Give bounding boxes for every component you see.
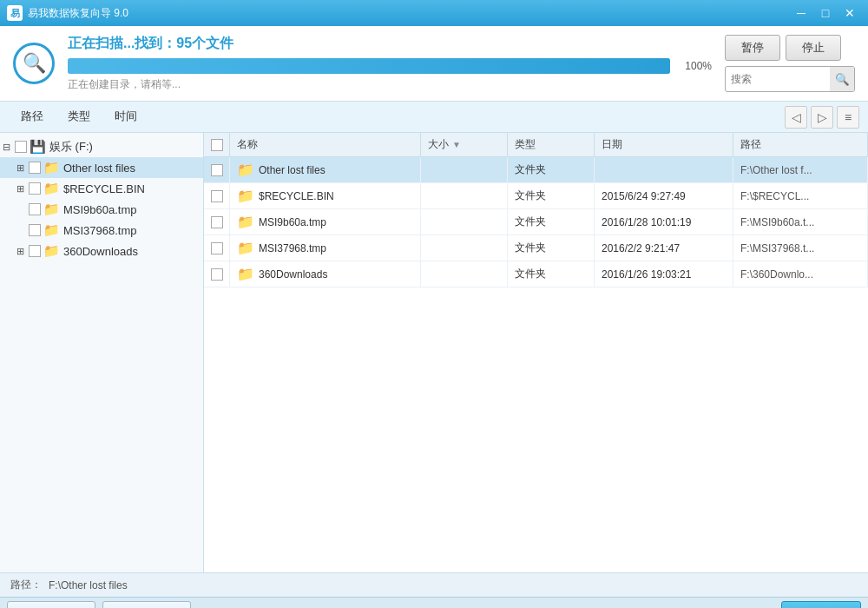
tree-item-360dl[interactable]: ⊞ 📁 360Downloads xyxy=(0,241,203,261)
search-input[interactable] xyxy=(726,69,830,89)
td-date-2: 2016/1/28 10:01:19 xyxy=(595,209,733,235)
deep-scan-button[interactable]: 深度扫描 xyxy=(102,601,191,609)
tab-bar: 路径 类型 时间 ◁ ▷ ≡ xyxy=(0,102,868,133)
td-check-3[interactable] xyxy=(204,235,230,261)
folder-icon-recycle: 📁 xyxy=(43,181,60,196)
folder-icon-msi2: 📁 xyxy=(43,222,60,238)
td-type-1: 文件夹 xyxy=(508,183,595,208)
header-checkbox[interactable] xyxy=(211,139,223,151)
tree-checkbox-drive[interactable] xyxy=(15,141,27,153)
th-name[interactable]: 名称 xyxy=(230,133,421,156)
table-row[interactable]: 📁 360Downloads 文件夹 2016/1/26 19:03:21 F:… xyxy=(204,261,868,287)
minimize-button[interactable]: ─ xyxy=(790,4,812,22)
td-name-4: 📁 360Downloads xyxy=(230,261,421,287)
tree-label-drive: 娱乐 (F:) xyxy=(49,139,93,155)
tree-expand-msi2 xyxy=(14,224,26,236)
menu-icon[interactable]: ≡ xyxy=(837,106,859,129)
tree-item-drive[interactable]: ⊟ 💾 娱乐 (F:) xyxy=(0,136,203,157)
table-row[interactable]: 📁 MSI9b60a.tmp 文件夹 2016/1/28 10:01:19 F:… xyxy=(204,209,868,235)
table-row[interactable]: 📁 MSI37968.tmp 文件夹 2016/2/2 9:21:47 F:\M… xyxy=(204,235,868,261)
tree-checkbox-360dl[interactable] xyxy=(29,245,41,257)
folder-icon-360dl: 📁 xyxy=(43,243,60,259)
row-name-2: MSI9b60a.tmp xyxy=(259,216,326,228)
td-path-0: F:\Other lost f... xyxy=(733,157,868,182)
footer: 返回首页 深度扫描 恢复 xyxy=(0,597,868,608)
tree-checkbox-msi1[interactable] xyxy=(29,203,41,215)
td-path-3: F:\MSI37968.t... xyxy=(733,235,868,261)
stop-button[interactable]: 停止 xyxy=(786,35,841,61)
td-type-0: 文件夹 xyxy=(508,157,595,182)
tree-label-other-lost: Other lost files xyxy=(63,162,135,175)
back-icon[interactable]: ◁ xyxy=(785,106,807,129)
tree-item-other-lost[interactable]: ⊞ 📁 Other lost files xyxy=(0,157,203,178)
left-panel: ⊟ 💾 娱乐 (F:) ⊞ 📁 Other lost files ⊞ 📁 $RE… xyxy=(0,133,204,572)
row-checkbox-4[interactable] xyxy=(211,268,223,281)
progress-bar-fill xyxy=(68,58,670,74)
table-row[interactable]: 📁 $RECYCLE.BIN 文件夹 2015/6/24 9:27:49 F:\… xyxy=(204,183,868,209)
scan-buttons: 暂停 停止 🔍 xyxy=(725,35,855,92)
th-size[interactable]: 大小 ▼ xyxy=(421,133,508,156)
window-controls: ─ □ ✕ xyxy=(790,4,861,22)
td-name-2: 📁 MSI9b60a.tmp xyxy=(230,209,421,235)
status-label: 路径： xyxy=(10,578,42,592)
row-folder-icon-3: 📁 xyxy=(237,240,254,256)
row-checkbox-2[interactable] xyxy=(211,216,223,228)
forward-icon[interactable]: ▷ xyxy=(811,106,833,129)
main-content: ⊟ 💾 娱乐 (F:) ⊞ 📁 Other lost files ⊞ 📁 $RE… xyxy=(0,133,868,572)
tab-path[interactable]: 路径 xyxy=(9,103,56,131)
table-body: 📁 Other lost files 文件夹 F:\Other lost f..… xyxy=(204,157,868,572)
scan-icon: 🔍 xyxy=(13,43,55,84)
td-check-2[interactable] xyxy=(204,209,230,235)
th-date[interactable]: 日期 xyxy=(595,133,733,156)
td-type-4: 文件夹 xyxy=(508,261,595,287)
td-type-3: 文件夹 xyxy=(508,235,595,261)
tree-item-msi1[interactable]: 📁 MSI9b60a.tmp xyxy=(0,199,203,220)
search-button[interactable]: 🔍 xyxy=(830,67,854,91)
maximize-button[interactable]: □ xyxy=(814,4,837,22)
tree-label-360dl: 360Downloads xyxy=(63,245,138,258)
td-check-1[interactable] xyxy=(204,183,230,208)
recover-button[interactable]: 恢复 xyxy=(781,601,861,609)
td-name-1: 📁 $RECYCLE.BIN xyxy=(230,183,421,208)
tree-expand-drive[interactable]: ⊟ xyxy=(0,141,12,153)
table-row[interactable]: 📁 Other lost files 文件夹 F:\Other lost f..… xyxy=(204,157,868,183)
row-checkbox-0[interactable] xyxy=(211,164,223,176)
th-check xyxy=(204,133,230,156)
tree-checkbox-other-lost[interactable] xyxy=(29,162,41,174)
tree-expand-recycle[interactable]: ⊞ xyxy=(14,182,26,195)
app-title: 易我数据恢复向导 9.0 xyxy=(28,6,790,21)
tree-item-msi2[interactable]: 📁 MSI37968.tmp xyxy=(0,220,203,241)
tree-checkbox-recycle[interactable] xyxy=(29,182,41,195)
tree-expand-other-lost[interactable]: ⊞ xyxy=(14,162,26,174)
tree-checkbox-msi2[interactable] xyxy=(29,224,41,236)
td-name-0: 📁 Other lost files xyxy=(230,157,421,182)
td-path-4: F:\360Downlo... xyxy=(733,261,868,287)
tree-label-msi2: MSI37968.tmp xyxy=(63,224,137,237)
td-size-4 xyxy=(421,261,508,287)
td-name-3: 📁 MSI37968.tmp xyxy=(230,235,421,261)
td-type-2: 文件夹 xyxy=(508,209,595,235)
close-button[interactable]: ✕ xyxy=(838,4,861,22)
tab-type[interactable]: 类型 xyxy=(56,103,102,131)
th-path[interactable]: 路径 xyxy=(733,133,868,156)
back-button[interactable]: 返回首页 xyxy=(7,601,95,609)
pause-button[interactable]: 暂停 xyxy=(725,35,780,61)
row-checkbox-1[interactable] xyxy=(211,190,223,202)
progress-bar-bg xyxy=(68,58,670,74)
td-check-4[interactable] xyxy=(204,261,230,287)
status-bar: 路径： F:\Other lost files xyxy=(0,572,868,597)
row-name-1: $RECYCLE.BIN xyxy=(259,190,334,202)
td-size-3 xyxy=(421,235,508,261)
tree-item-recycle[interactable]: ⊞ 📁 $RECYCLE.BIN xyxy=(0,178,203,199)
progress-pct: 100% xyxy=(677,60,712,72)
row-checkbox-3[interactable] xyxy=(211,242,223,254)
sort-arrow-icon: ▼ xyxy=(452,140,461,149)
td-check-0[interactable] xyxy=(204,157,230,182)
app-icon: 易 xyxy=(7,5,23,21)
th-type[interactable]: 类型 xyxy=(508,133,595,156)
td-path-1: F:\$RECYCL... xyxy=(733,183,868,208)
tab-time[interactable]: 时间 xyxy=(102,103,149,131)
tree-expand-360dl[interactable]: ⊞ xyxy=(14,245,26,257)
td-size-2 xyxy=(421,209,508,235)
search-box: 🔍 xyxy=(725,66,855,92)
